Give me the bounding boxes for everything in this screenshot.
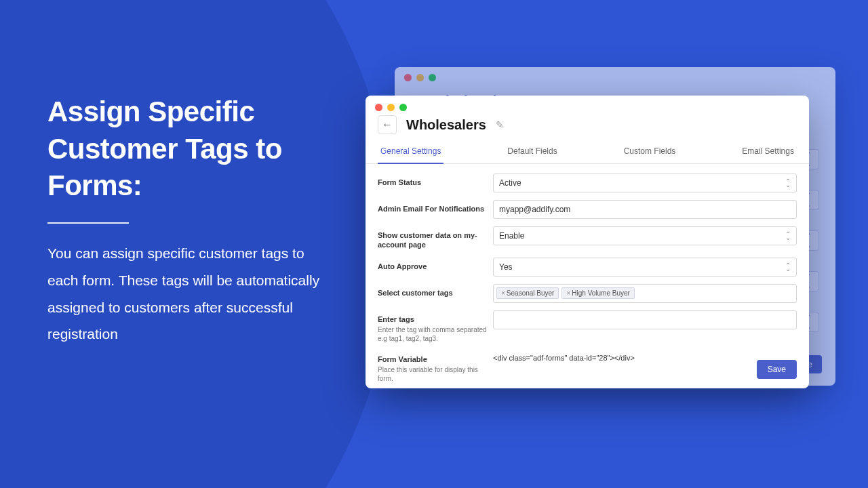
- label-select-tags: Select customer tags: [378, 284, 493, 298]
- remove-tag-icon[interactable]: ×: [501, 289, 505, 297]
- save-button[interactable]: Save: [757, 360, 797, 379]
- label-auto-approve: Auto Approve: [378, 258, 493, 271]
- close-icon[interactable]: [375, 104, 382, 111]
- form-variable-code: <div class="adf-forms" data-id="28"></di…: [493, 350, 797, 362]
- chevron-updown-icon: ⌃⌄: [785, 180, 791, 186]
- chevron-updown-icon: ⌃⌄: [785, 232, 791, 239]
- pencil-icon[interactable]: ✎: [496, 119, 504, 130]
- tab-custom-fields[interactable]: Custom Fields: [621, 141, 679, 163]
- tab-email-settings[interactable]: Email Settings: [739, 141, 797, 163]
- page-title: Wholesalers: [406, 117, 486, 133]
- divider: [47, 222, 129, 224]
- traffic-lights: [366, 96, 809, 111]
- form-body: Form Status Active ⌃⌄ Admin Email For No…: [366, 164, 809, 400]
- back-button[interactable]: ←: [378, 115, 397, 134]
- tag-chip: ×High Volume Buyer: [561, 287, 634, 299]
- promo-desc: You can assign specific customer tags to…: [47, 240, 332, 348]
- label-form-status: Form Status: [378, 174, 493, 187]
- admin-email-input[interactable]: myapp@addify.com: [493, 200, 797, 219]
- label-show-data: Show customer data on my-account page: [378, 226, 493, 250]
- tag-chip: ×Seasonal Buyer: [496, 287, 559, 299]
- auto-approve-select[interactable]: Yes ⌃⌄: [493, 258, 797, 277]
- tab-default-fields[interactable]: Default Fields: [505, 141, 559, 163]
- label-admin-email: Admin Email For Notifications: [378, 200, 493, 214]
- enter-tags-input[interactable]: [493, 310, 797, 329]
- promo-title: Assign Specific Customer Tags to Forms:: [47, 94, 332, 205]
- promo-text: Assign Specific Customer Tags to Forms: …: [47, 94, 332, 348]
- remove-tag-icon[interactable]: ×: [566, 289, 570, 297]
- minimize-icon[interactable]: [387, 104, 395, 111]
- tabs: General Settings Default Fields Custom F…: [366, 141, 809, 164]
- show-data-select[interactable]: Enable ⌃⌄: [493, 226, 797, 245]
- form-status-select[interactable]: Active ⌃⌄: [493, 174, 797, 192]
- settings-window: ← Wholesalers ✎ General Settings Default…: [366, 96, 809, 388]
- tab-general-settings[interactable]: General Settings: [378, 141, 443, 164]
- label-form-variable: Form Variable Place this variable for di…: [378, 350, 493, 383]
- chevron-updown-icon: ⌃⌄: [785, 264, 791, 270]
- traffic-lights: [395, 67, 835, 88]
- customer-tags-input[interactable]: ×Seasonal Buyer ×High Volume Buyer: [493, 284, 797, 303]
- label-enter-tags: Enter tags Enter the tag with comma sepa…: [378, 310, 493, 343]
- maximize-icon[interactable]: [399, 104, 407, 111]
